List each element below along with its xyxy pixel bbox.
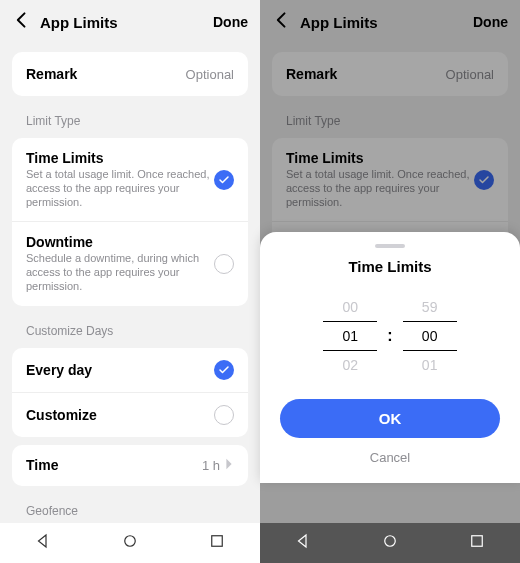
checkmark-icon	[214, 170, 234, 190]
remark-label: Remark	[286, 66, 446, 82]
nav-home-icon[interactable]	[381, 532, 399, 554]
content: Remark Optional Limit Type Time Limits S…	[0, 44, 260, 523]
remark-placeholder: Optional	[186, 67, 234, 82]
option-time-limits: Time Limits Set a total usage limit. Onc…	[272, 138, 508, 221]
time-picker[interactable]: 00 01 02 : 59 00 01	[276, 293, 504, 379]
svg-rect-1	[211, 536, 222, 547]
header: App Limits Done	[0, 0, 260, 44]
every-day-label: Every day	[26, 362, 214, 378]
option-customize[interactable]: Customize	[12, 392, 248, 437]
hours-prev: 00	[343, 293, 359, 321]
minutes-wheel[interactable]: 59 00 01	[403, 293, 457, 379]
sheet-title: Time Limits	[276, 258, 504, 275]
nav-recent-icon[interactable]	[468, 532, 486, 554]
app-limits-screen-dimmed: App Limits Done Remark Optional Limit Ty…	[260, 0, 520, 563]
nav-recent-icon[interactable]	[208, 532, 226, 554]
remark-placeholder: Optional	[446, 67, 494, 82]
hours-selected: 01	[323, 321, 377, 351]
time-value: 1 h	[202, 458, 220, 473]
ok-button[interactable]: OK	[280, 399, 500, 438]
section-limit-type: Limit Type	[268, 104, 512, 130]
app-limits-screen: App Limits Done Remark Optional Limit Ty…	[0, 0, 260, 563]
option-time-limits[interactable]: Time Limits Set a total usage limit. Onc…	[12, 138, 248, 221]
nav-back-icon[interactable]	[294, 532, 312, 554]
option-every-day[interactable]: Every day	[12, 348, 248, 392]
chevron-right-icon	[224, 457, 234, 474]
minutes-prev: 59	[422, 293, 438, 321]
sheet-grabber[interactable]	[375, 244, 405, 248]
time-label: Time	[26, 457, 202, 473]
customize-label: Customize	[26, 407, 214, 423]
page-title: App Limits	[300, 14, 473, 31]
checkmark-icon	[214, 360, 234, 380]
remark-row[interactable]: Remark Optional	[12, 52, 248, 96]
android-navbar	[260, 523, 520, 563]
time-limits-desc: Set a total usage limit. Once reached, a…	[26, 168, 214, 209]
page-title: App Limits	[40, 14, 213, 31]
radio-unchecked-icon	[214, 405, 234, 425]
back-icon[interactable]	[12, 10, 32, 34]
minutes-selected: 00	[403, 321, 457, 351]
back-icon[interactable]	[272, 10, 292, 34]
nav-back-icon[interactable]	[34, 532, 52, 554]
downtime-title: Downtime	[26, 234, 214, 250]
svg-point-2	[385, 536, 396, 547]
checkmark-icon	[474, 170, 494, 190]
radio-unchecked-icon	[214, 254, 234, 274]
done-button[interactable]: Done	[473, 14, 508, 30]
hours-wheel[interactable]: 00 01 02	[323, 293, 377, 379]
done-button[interactable]: Done	[213, 14, 248, 30]
svg-point-0	[125, 536, 136, 547]
picker-colon: :	[387, 327, 392, 345]
android-navbar	[0, 523, 260, 563]
header: App Limits Done	[260, 0, 520, 44]
section-limit-type: Limit Type	[8, 104, 252, 130]
section-customize-days: Customize Days	[8, 314, 252, 340]
minutes-next: 01	[422, 351, 438, 379]
time-row[interactable]: Time 1 h	[12, 445, 248, 486]
remark-row: Remark Optional	[272, 52, 508, 96]
hours-next: 02	[343, 351, 359, 379]
svg-rect-3	[471, 536, 482, 547]
nav-home-icon[interactable]	[121, 532, 139, 554]
section-geofence: Geofence	[8, 494, 252, 520]
time-limits-desc: Set a total usage limit. Once reached, a…	[286, 168, 474, 209]
downtime-desc: Schedule a downtime, during which access…	[26, 252, 214, 293]
time-picker-sheet: Time Limits 00 01 02 : 59 00 01 OK Cance…	[260, 232, 520, 483]
option-downtime[interactable]: Downtime Schedule a downtime, during whi…	[12, 221, 248, 305]
remark-label: Remark	[26, 66, 186, 82]
time-limits-title: Time Limits	[26, 150, 214, 166]
time-limits-title: Time Limits	[286, 150, 474, 166]
cancel-button[interactable]: Cancel	[276, 450, 504, 465]
